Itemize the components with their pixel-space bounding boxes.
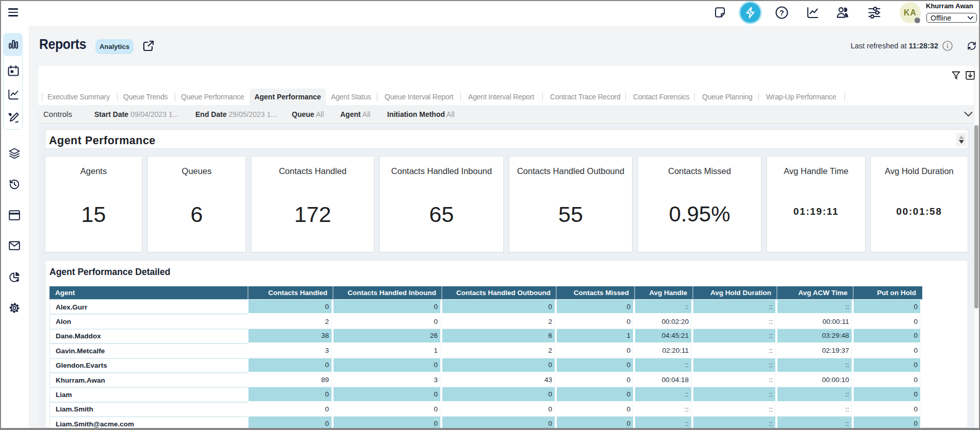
- svg-text:?: ?: [779, 9, 784, 17]
